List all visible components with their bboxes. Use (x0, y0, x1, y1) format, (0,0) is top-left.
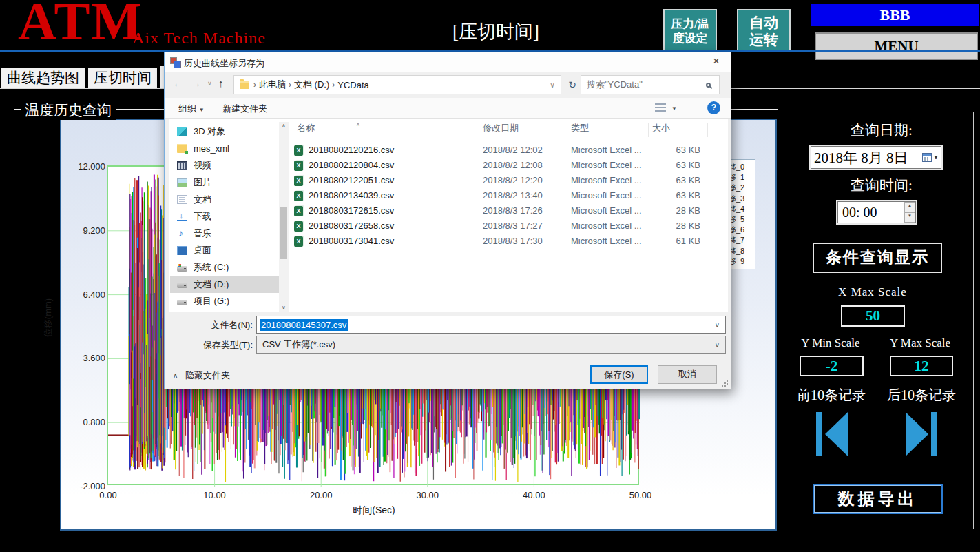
history-dropdown-icon[interactable]: ∨ (207, 80, 212, 87)
y-min-scale-value[interactable]: -2 (800, 356, 864, 376)
file-row[interactable]: X20180803173041.csv2018/8/3 17:30Microso… (290, 234, 728, 249)
up-icon[interactable]: ↑ (218, 77, 224, 89)
help-icon[interactable]: ? (707, 101, 720, 114)
file-row[interactable]: X20180803172615.csv2018/8/3 17:26Microso… (290, 203, 728, 218)
resize-grip[interactable] (721, 380, 728, 387)
breadcrumb-item[interactable]: 此电脑 (256, 79, 289, 91)
file-type: Microsoft Excel ... (571, 218, 642, 234)
sidebar-item[interactable]: 系统 (C:) (170, 259, 279, 276)
x-tick-label: 30.00 (407, 490, 448, 500)
sidebar-item[interactable]: 文档 (D:) (170, 276, 279, 293)
sidebar-item-label: 项目 (G:) (194, 295, 229, 307)
y-tick-label: 3.600 (64, 353, 105, 363)
menu-button[interactable]: MENU (815, 32, 978, 60)
file-name: 20180802122051.csv (309, 173, 394, 188)
filename-dropdown-icon[interactable]: ∨ (715, 321, 725, 329)
query-date-picker[interactable]: 2018年 8月 8日 ▼ (811, 146, 941, 169)
sidebar-item[interactable]: 图片 (170, 174, 279, 192)
sidebar-scrollbar-thumb[interactable] (280, 207, 287, 259)
column-separator[interactable] (475, 123, 475, 137)
x-tick-label: 40.00 (513, 490, 554, 500)
column-header-size[interactable]: 大小 (652, 122, 670, 134)
sidebar-item[interactable]: mes_xml (170, 141, 279, 158)
condition-query-button[interactable]: 条件查询显示 (813, 243, 942, 273)
file-row[interactable]: X20180803172658.csv2018/8/3 17:27Microso… (290, 218, 728, 234)
save-type-select[interactable]: CSV 工作簿(*.csv) ∨ (256, 336, 726, 354)
tab-2[interactable]: 压切时间 (88, 68, 157, 88)
filename-input[interactable]: 20180808145307.csv ∨ (256, 316, 726, 334)
time-spinner-buttons: ▲▼ (904, 202, 915, 223)
file-type: Microsoft Excel ... (571, 143, 642, 158)
spin-down-icon[interactable]: ▼ (904, 212, 915, 223)
file-type: Microsoft Excel ... (571, 158, 642, 173)
file-row[interactable]: X20180802120804.csv2018/8/2 12:08Microso… (290, 158, 728, 173)
sidebar-item[interactable]: 3D 对象 (170, 123, 279, 141)
close-icon[interactable]: × (700, 52, 732, 72)
breadcrumb-item[interactable]: 文档 (D:) (291, 79, 332, 91)
organize-menu[interactable]: 组织 ▼ (178, 103, 205, 115)
sidebar-item-label: 文档 (194, 194, 211, 206)
y-max-scale-value[interactable]: 12 (890, 356, 953, 376)
drive-icon (177, 300, 187, 305)
cancel-button[interactable]: 取消 (658, 365, 717, 384)
file-size: 61 KB (648, 234, 700, 249)
file-modified: 2018/8/2 13:40 (483, 188, 543, 203)
file-modified: 2018/8/3 17:26 (483, 203, 543, 218)
scroll-up-icon[interactable]: ∧ (279, 123, 289, 129)
column-header-name[interactable]: 名称 (297, 122, 315, 134)
file-size: 28 KB (648, 218, 700, 234)
prev-page-icon[interactable] (816, 412, 849, 456)
sidebar-item[interactable]: 桌面 (170, 242, 279, 259)
forward-icon[interactable]: → (191, 77, 201, 89)
file-row[interactable]: X20180802120216.csv2018/8/2 12:02Microso… (290, 143, 728, 158)
column-separator[interactable] (707, 123, 708, 137)
sidebar-item[interactable]: 文档 (170, 191, 279, 208)
sidebar-item[interactable]: 音乐 (170, 225, 279, 243)
save-type-dropdown-icon: ∨ (715, 341, 725, 349)
file-row[interactable]: X20180802134039.csv2018/8/2 13:40Microso… (290, 188, 728, 203)
breadcrumb: 此电脑›文档 (D:)›YCData (256, 79, 372, 91)
folder-icon (240, 81, 249, 89)
calendar-dropdown-icon: ▼ (933, 154, 941, 161)
search-input[interactable]: 搜索"YCData" (581, 75, 720, 94)
view-dropdown-icon[interactable]: ▼ (671, 105, 677, 112)
x-max-scale-value[interactable]: 50 (841, 305, 905, 327)
hide-folders-button[interactable]: 隐藏文件夹 (185, 369, 230, 382)
back-icon[interactable]: ← (173, 77, 183, 89)
address-dropdown-icon[interactable]: ∨ (550, 81, 561, 90)
sidebar-item[interactable]: 下载 (170, 208, 279, 225)
y-tick-label: 12.000 (64, 161, 105, 172)
pressure-temp-settings-button[interactable]: 压力/温 度设定 (663, 9, 717, 52)
breadcrumb-item[interactable]: YCData (335, 80, 372, 90)
scroll-down-icon[interactable]: ∨ (279, 305, 289, 311)
excel-csv-icon: X (294, 191, 303, 201)
next-page-icon[interactable] (904, 412, 937, 456)
query-time-spinner[interactable]: 00: 00 ▲▼ (837, 201, 916, 223)
spin-up-icon[interactable]: ▲ (904, 202, 915, 212)
dialog-title: 历史曲线坐标另存为 (184, 57, 264, 70)
file-row[interactable]: X20180802122051.csv2018/8/2 12:20Microso… (290, 173, 728, 188)
address-bar[interactable]: › 此电脑›文档 (D:)›YCData ∨ (233, 75, 561, 94)
column-separator[interactable] (563, 123, 563, 137)
drive-icon (177, 283, 187, 288)
refresh-icon[interactable]: ↻ (564, 75, 581, 94)
file-modified: 2018/8/2 12:02 (483, 143, 543, 158)
column-header-type[interactable]: 类型 (571, 122, 589, 134)
data-export-button[interactable]: 数据导出 (813, 484, 943, 514)
view-mode-icon[interactable] (655, 103, 666, 112)
auto-run-line2: 运转 (749, 32, 778, 48)
auto-run-button[interactable]: 自动 运转 (737, 9, 791, 52)
new-folder-button[interactable]: 新建文件夹 (222, 103, 267, 115)
sidebar-item[interactable]: 视频 (170, 157, 279, 174)
file-size: 63 KB (648, 188, 700, 203)
column-header-modified[interactable]: 修改日期 (483, 122, 519, 134)
column-separator[interactable] (648, 123, 649, 137)
x-tick-label: 10.00 (194, 490, 236, 500)
excel-csv-icon: X (294, 236, 303, 247)
sidebar-item[interactable]: 项目 (G:) (170, 293, 279, 310)
excel-csv-icon: X (294, 145, 303, 156)
save-button[interactable]: 保存(S) (590, 365, 648, 384)
query-time-value: 00: 00 (838, 205, 904, 221)
tab-1[interactable]: 曲线趋势图 (1, 68, 85, 88)
drive-system-icon (177, 266, 187, 272)
